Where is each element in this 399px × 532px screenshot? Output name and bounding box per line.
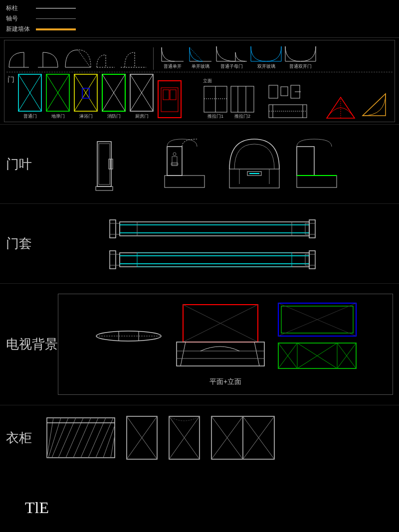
door-drawings: 普通门 地弹门 <box>17 73 393 120</box>
door-leaf-section: 门叶 <box>0 124 399 204</box>
svg-line-127 <box>81 418 98 458</box>
legend-new-wall-label: 新建墙体 <box>6 25 36 33</box>
door-sym-double-glass: 双开玻璃 <box>250 42 282 70</box>
svg-line-125 <box>66 418 83 458</box>
sliding-doors: 立面 推拉门1 <box>203 78 255 120</box>
door-label-single-glass: 单开玻璃 <box>192 63 209 70</box>
svg-line-129 <box>96 418 113 458</box>
door-symbols-section: 普通单开 单开玻璃 <box>4 40 395 122</box>
wardrobe-section: 衣柜 <box>0 405 399 470</box>
door-sliding-1: 推拉门1 <box>203 85 228 120</box>
door-sym-mother: 普通子母门 <box>215 42 248 70</box>
svg-rect-93 <box>309 251 315 269</box>
door-sym-2 <box>35 47 60 70</box>
legend-section: 标柱 轴号 新建墙体 <box>0 0 399 38</box>
door-elevation-small <box>268 83 308 120</box>
wardrobe-4 <box>210 415 275 460</box>
door-label-double-glass: 双开玻璃 <box>257 63 275 70</box>
svg-line-124 <box>58 418 76 458</box>
door-frame-bottom <box>107 247 332 272</box>
door-sym-putong-single: 普通单开 <box>160 42 186 70</box>
svg-rect-80 <box>120 222 309 236</box>
legend-axis-line <box>36 18 76 19</box>
door-leaf-1 <box>95 137 140 191</box>
tv-right-column <box>277 302 357 369</box>
door-leaf-2 <box>150 137 214 191</box>
svg-rect-87 <box>110 251 116 269</box>
svg-line-126 <box>73 418 91 458</box>
svg-rect-50 <box>269 85 278 98</box>
tv-items-row <box>94 302 357 369</box>
svg-rect-40 <box>158 81 181 118</box>
door-kitchen: 厨房门 <box>129 73 154 120</box>
sublabel-sliding: 立面 <box>203 78 212 84</box>
door-leaf-label: 门叶 <box>6 156 46 173</box>
door-frame-section: 门套 <box>0 204 399 284</box>
door-top-symbols: 普通单开 单开玻璃 <box>6 42 393 72</box>
door-label-fire: 消防门 <box>107 113 121 120</box>
legend-new-wall: 新建墙体 <box>6 25 393 33</box>
door-label-kitchen: 厨房门 <box>135 113 149 120</box>
door-sym-1 <box>6 47 31 70</box>
tv-stand-elevation <box>176 304 265 368</box>
door-sym-3 <box>64 47 92 70</box>
wardrobe-content <box>46 415 393 460</box>
svg-rect-64 <box>165 176 204 187</box>
bottom-tle-text: TlE <box>25 499 49 517</box>
tv-frame <box>277 302 357 337</box>
door-label-sliding-1: 推拉门1 <box>207 113 223 120</box>
svg-rect-51 <box>281 87 288 96</box>
wardrobe-3 <box>168 415 200 460</box>
labeled-door-symbols: 普通单开 单开玻璃 <box>160 42 317 70</box>
door-sym-4 <box>96 47 116 70</box>
svg-rect-102 <box>177 342 264 366</box>
door-label-mother: 普通子母门 <box>220 63 243 70</box>
door-frame-label: 门套 <box>6 235 46 252</box>
door-leaf-3 <box>224 137 284 191</box>
svg-rect-70 <box>229 169 279 188</box>
door-fan-shapes <box>326 87 387 120</box>
legend-axis-label: 轴号 <box>6 14 36 23</box>
tv-background-label: 电视背景 <box>6 336 58 353</box>
svg-line-130 <box>103 425 115 458</box>
svg-rect-89 <box>120 253 309 267</box>
wardrobe-label: 衣柜 <box>6 429 46 447</box>
legend-standard-label: 标柱 <box>6 4 36 12</box>
svg-line-123 <box>52 418 68 458</box>
divider <box>153 47 154 70</box>
svg-rect-43 <box>170 90 176 100</box>
svg-line-128 <box>88 418 106 458</box>
section-label-door: 门 <box>6 73 17 84</box>
door-label-putong-single: 普通单开 <box>164 63 182 70</box>
door-shower: 淋浴门 <box>73 73 98 120</box>
door-frame-content <box>46 216 393 272</box>
svg-line-14 <box>190 47 202 61</box>
svg-rect-59 <box>97 142 111 186</box>
svg-point-67 <box>173 153 176 156</box>
svg-rect-75 <box>297 176 337 187</box>
door-dibounce: 地弹门 <box>45 73 70 120</box>
door-fire: 消防门 <box>101 73 126 120</box>
svg-rect-65 <box>167 147 182 176</box>
door-putong: 普通门 <box>17 73 42 120</box>
door-sym-single-glass: 单开玻璃 <box>188 42 213 70</box>
door-frame-top <box>107 216 332 241</box>
door-sym-double-normal: 普通双开门 <box>284 42 317 70</box>
tv-background-section: 电视背景 <box>0 284 399 405</box>
door-label-double-normal: 普通双开门 <box>289 63 312 70</box>
svg-rect-78 <box>110 220 116 238</box>
door-label-sliding-2: 推拉门2 <box>234 113 250 120</box>
door-main-row: 门 普通门 <box>6 73 393 120</box>
tv-plan-view <box>94 319 164 354</box>
tv-sublabel: 平面+立面 <box>209 377 241 386</box>
svg-line-104 <box>254 342 259 366</box>
svg-line-5 <box>78 50 90 67</box>
svg-rect-88 <box>110 254 120 265</box>
wardrobe-1 <box>46 415 116 460</box>
wardrobe-2 <box>126 415 158 460</box>
door-leaf-content <box>46 137 393 191</box>
door-label-dibounce: 地弹门 <box>51 113 65 120</box>
door-leaf-4 <box>294 137 344 191</box>
door-sym-5 <box>120 47 147 70</box>
door-drawing-row: 普通门 地弹门 <box>17 73 393 120</box>
